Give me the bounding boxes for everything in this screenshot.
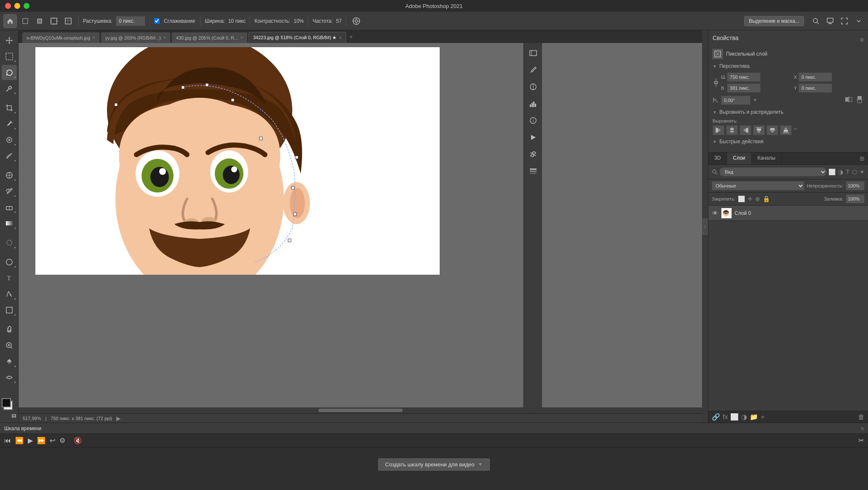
- timeline-play-icon[interactable]: ▶: [28, 436, 33, 444]
- tab-3d[interactable]: 3D: [708, 153, 727, 164]
- blur-tool[interactable]: ▾: [2, 235, 17, 250]
- expand-icon[interactable]: [839, 15, 850, 27]
- actions-panel-icon[interactable]: [526, 130, 541, 145]
- link-layers-icon[interactable]: 🔗: [712, 413, 720, 421]
- move-tool[interactable]: [2, 33, 17, 48]
- properties-panel-options[interactable]: ≡: [860, 37, 864, 43]
- timeline-convert-icon[interactable]: ✂: [858, 436, 864, 444]
- gradient-tool[interactable]: ▾: [2, 216, 17, 231]
- maximize-button[interactable]: [24, 3, 29, 9]
- layer-visibility-icon-0[interactable]: 👁: [712, 210, 718, 217]
- timeline-menu-icon[interactable]: ≡: [861, 426, 864, 431]
- layer-item-0[interactable]: 👁: [708, 206, 868, 221]
- layer-panel-expand-icon[interactable]: ⊞: [856, 153, 868, 164]
- foreground-color-swatch[interactable]: [2, 398, 11, 407]
- history-brush-tool[interactable]: ▾: [2, 184, 17, 199]
- smooth-checkbox[interactable]: [154, 18, 160, 24]
- artboard-icon[interactable]: [48, 15, 60, 27]
- histogram-icon[interactable]: [526, 96, 541, 111]
- lock-position-icon[interactable]: ✛: [748, 195, 753, 202]
- align-section-header[interactable]: ▼ Выровнять и распределить: [713, 109, 864, 115]
- move-icon[interactable]: [34, 15, 45, 27]
- add-adjustment-icon[interactable]: ◑: [741, 413, 747, 421]
- pen-tool[interactable]: ▾: [2, 254, 17, 270]
- timeline-audio-icon[interactable]: 🔇: [74, 436, 82, 444]
- lock-artboard-icon[interactable]: ⊕: [755, 195, 760, 202]
- more-align-button[interactable]: ···: [793, 125, 796, 135]
- align-middle-v-button[interactable]: [767, 125, 778, 135]
- timeline-prev-frame-icon[interactable]: ⏪: [15, 436, 24, 444]
- tab-34223[interactable]: 34223.jpg @ 518% (Слой 0, RGB/8#) ★ ×: [248, 32, 346, 43]
- lasso-tool[interactable]: ▾: [2, 65, 17, 80]
- tab-layers[interactable]: Слои: [727, 153, 751, 164]
- scrollbar-thumb[interactable]: [318, 409, 403, 412]
- tab-close-unsplash[interactable]: ×: [93, 35, 95, 40]
- rect-marquee-icon[interactable]: [19, 15, 31, 27]
- align-bottom-button[interactable]: [780, 125, 792, 135]
- brush-panel-icon[interactable]: [526, 62, 541, 78]
- timeline-loop-icon[interactable]: ↩: [50, 436, 55, 444]
- tab-close-430[interactable]: ×: [240, 35, 243, 40]
- target-icon[interactable]: [350, 15, 362, 27]
- info-panel-icon[interactable]: i: [526, 113, 541, 128]
- status-arrow-icon[interactable]: ▶: [116, 415, 121, 422]
- search-toolbar-icon[interactable]: [810, 15, 822, 27]
- tab-unsplash[interactable]: n-BfWDyQ10uMk-unsplash.jpg ×: [22, 32, 100, 43]
- y-prop-input[interactable]: [799, 83, 832, 93]
- align-top-button[interactable]: [753, 125, 765, 135]
- marquee-tool[interactable]: ▾: [2, 49, 17, 64]
- text-tool[interactable]: T: [2, 270, 17, 286]
- adjustment-panel-icon[interactable]: [526, 147, 541, 162]
- lock-all-icon[interactable]: 🔒: [763, 195, 770, 202]
- properties-panel-icon[interactable]: [526, 46, 541, 61]
- add-layer-icon[interactable]: +: [761, 413, 764, 421]
- home-icon[interactable]: [3, 14, 17, 28]
- hand-tool[interactable]: [2, 322, 17, 337]
- fill-input[interactable]: [846, 194, 865, 203]
- collapse-panel-button[interactable]: ‹: [702, 218, 708, 235]
- tab-close-34223[interactable]: ×: [339, 35, 342, 40]
- shape-type-icon[interactable]: ⬡: [852, 169, 857, 175]
- adjustment-type-icon[interactable]: ◑: [838, 169, 843, 175]
- create-timeline-button[interactable]: Создать шкалу времени для видео ▼: [378, 458, 490, 471]
- add-group-icon[interactable]: 📁: [750, 413, 758, 421]
- warp-tool[interactable]: ▾: [2, 370, 17, 385]
- add-style-icon[interactable]: fx: [723, 413, 728, 421]
- link-dimensions-icon[interactable]: [713, 77, 719, 88]
- angle-input[interactable]: [721, 96, 750, 105]
- tab-430[interactable]: 430.jpg @ 205% (Слой 0, R... ×: [171, 32, 248, 43]
- height-prop-input[interactable]: [727, 83, 761, 93]
- align-left-button[interactable]: [713, 125, 724, 135]
- crop-tool[interactable]: ▾: [2, 100, 17, 115]
- layer-kind-select[interactable]: Вид: [719, 167, 827, 177]
- angle-dropdown-icon[interactable]: ▼: [753, 98, 757, 102]
- path-select-tool[interactable]: ▾: [2, 287, 17, 302]
- chevron-down-toolbar-icon[interactable]: [853, 15, 865, 27]
- text-type-icon[interactable]: T: [846, 169, 849, 175]
- layers-collapse-icon[interactable]: [526, 163, 541, 179]
- align-center-h-button[interactable]: [726, 125, 738, 135]
- zoom-tool[interactable]: [2, 338, 17, 353]
- timeline-next-frame-icon[interactable]: ⏩: [37, 436, 45, 444]
- feather-input[interactable]: [116, 16, 145, 26]
- horizontal-scrollbar[interactable]: [19, 407, 702, 413]
- x-prop-input[interactable]: [799, 72, 832, 82]
- eraser-tool[interactable]: ▾: [2, 200, 17, 215]
- color-panel-icon[interactable]: [526, 79, 541, 94]
- brush-tool[interactable]: ▾: [2, 148, 17, 163]
- opacity-input[interactable]: [846, 181, 865, 190]
- smart-object-type-icon[interactable]: ✦: [860, 169, 865, 175]
- slice-icon[interactable]: [62, 15, 74, 27]
- blend-mode-select[interactable]: Обычные: [712, 181, 804, 190]
- timeline-settings-icon[interactable]: ⚙: [59, 436, 65, 444]
- perspective-section-header[interactable]: ▼ Перспектива: [713, 63, 864, 69]
- minimize-button[interactable]: [14, 3, 20, 9]
- tabs-overflow-icon[interactable]: »: [347, 34, 355, 40]
- flip-vertical-icon[interactable]: [855, 95, 864, 105]
- close-button[interactable]: [5, 3, 11, 9]
- magic-wand-tool[interactable]: ▾: [2, 81, 17, 96]
- quick-action-tool[interactable]: ▾: [2, 354, 17, 369]
- clone-tool[interactable]: ▾: [2, 168, 17, 183]
- swap-colors-icon[interactable]: ⇄: [12, 414, 16, 418]
- eyedropper-tool[interactable]: ▾: [2, 116, 17, 131]
